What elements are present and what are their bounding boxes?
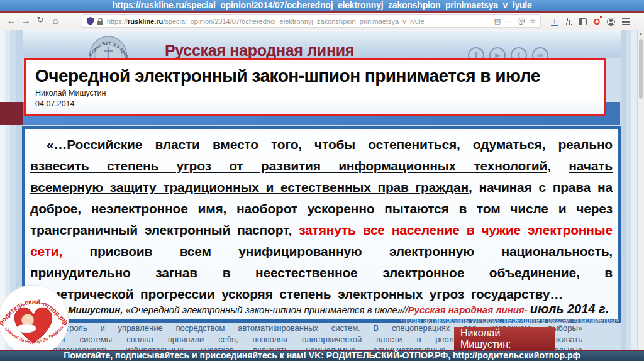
as-segment: июль 2014 г.	[530, 302, 609, 316]
footer-text: Помогайте, подписывайтесь и присоединяйт…	[64, 350, 580, 360]
quote-text: «…Российские власти вместо того, чтобы о…	[30, 134, 613, 305]
account-icon[interactable]	[607, 18, 615, 26]
headline-box: Очередной электронный закон-шпион приним…	[24, 58, 606, 116]
speaker-last-name: Мишустин:	[460, 339, 555, 350]
pocket-icon[interactable]: v	[518, 18, 525, 25]
reload-icon[interactable]: ↻	[34, 15, 47, 25]
library-icon[interactable]	[565, 18, 572, 25]
download-icon[interactable]: ↓	[551, 17, 558, 26]
windows-activation-watermark: Чтобы активировать Windows, перейдите в …	[400, 316, 619, 324]
scrollbar-thumb[interactable]	[639, 39, 643, 99]
quote-attribution: Николай Мишустин, «Очередной электронный…	[25, 302, 609, 316]
browser-toolbar: ← → ↻ ⌂ https://ruskline.ru/special_opin…	[0, 13, 644, 30]
lock-icon	[97, 18, 103, 25]
webpage-area: Не в силе Бог, а в правде Русская народн…	[0, 30, 644, 350]
tracking-protection-shield-icon[interactable]	[87, 17, 94, 25]
qs-segment: взвесить степень угроз от развития инфор…	[30, 158, 551, 173]
qs-segment: «…Российские власти вместо того, чтобы о…	[47, 137, 613, 152]
toolbar-actions: ↓O	[551, 15, 630, 28]
qs-segment	[551, 158, 569, 173]
page-actions-icon[interactable]: ⋯	[506, 18, 513, 25]
address-bar-actions: ▤⋯v☆	[494, 18, 536, 25]
article-date: 04.07.2014	[35, 99, 595, 109]
address-bar[interactable]: https://ruskline.ru/special_opinion/2014…	[82, 14, 541, 28]
back-icon[interactable]: ←	[5, 15, 18, 26]
source-url-link[interactable]: https://ruskline.ru/special_opinion/2014…	[112, 0, 531, 10]
qs-segment: присвоив всем унифицированную электронну…	[30, 244, 613, 301]
speaker-first-name: Николай	[460, 328, 555, 339]
right-edge-stripes	[621, 30, 637, 350]
bookmark-star-icon[interactable]: ☆	[530, 18, 536, 25]
scroll-up-icon[interactable]: ▴	[638, 30, 644, 36]
footer-banner: Помогайте, подписывайтесь и присоединяйт…	[0, 350, 644, 361]
as-segment: «Очередной электронный закон-шпион прини…	[126, 304, 408, 315]
parent-otpor-logo: родительский-отпор.рф За Семью! За Родин…	[0, 283, 72, 358]
address-url[interactable]: https://ruskline.ru/special_opinion/2014…	[107, 18, 491, 25]
speaker-name-box: Николай Мишустин:	[454, 327, 555, 350]
sidebar-icon[interactable]	[579, 18, 587, 25]
article-author[interactable]: Николай Мишустин	[35, 88, 595, 99]
reader-mode-icon[interactable]: ▤	[494, 18, 501, 25]
home-icon[interactable]: ⌂	[49, 15, 62, 26]
article-title: Очередной электронный закон-шпион приним…	[35, 64, 595, 88]
site-title[interactable]: Русская народная линия	[165, 42, 354, 60]
menu-icon[interactable]	[622, 18, 630, 25]
page-scrollbar[interactable]: ▴	[637, 30, 644, 350]
as-segment: Русская народная линия-	[408, 304, 530, 315]
slide: https://ruskline.ru/special_opinion/2014…	[0, 0, 644, 361]
forward-icon[interactable]: →	[19, 15, 32, 26]
extension-badge	[600, 16, 602, 18]
source-url-bar: https://ruskline.ru/special_opinion/2014…	[0, 0, 644, 11]
adblock-icon[interactable]: O	[594, 17, 600, 26]
quote-box: «…Российские власти вместо того, чтобы о…	[22, 126, 621, 323]
